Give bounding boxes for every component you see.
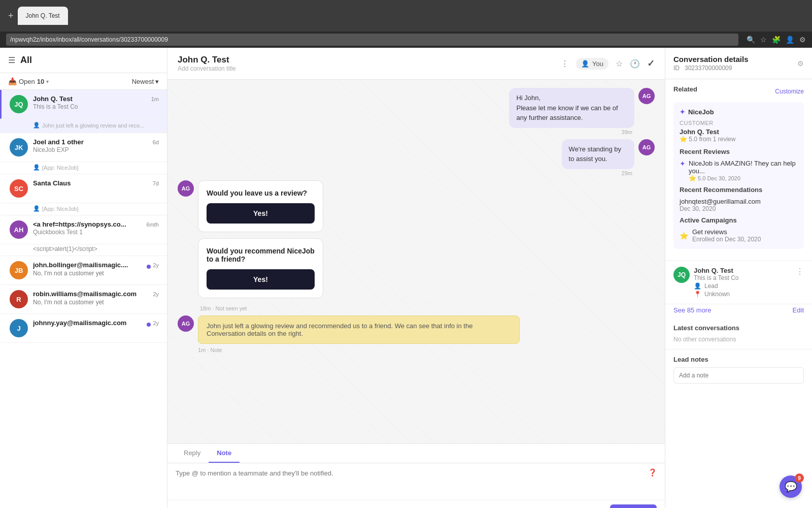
resolve-button[interactable]: ✓ [647,58,655,69]
clock-button[interactable]: 🕐 [630,59,640,69]
conv-item-joel[interactable]: JK Joel and 1 other 6d NiceJob EXP [0,133,167,162]
conv-name-robin: robin.williams@mailismagic.com [33,290,137,298]
conv-app-ah: <script>alert(1)</script> [0,244,167,256]
conv-item-robin[interactable]: R robin.williams@mailismagic.com 2y No, … [0,285,167,314]
note-indicator: 👤 John just left a glowing review and re… [33,122,144,129]
conv-time-joel: 6d [153,139,159,145]
role-text: Lead [704,282,718,290]
sidebar: ☰ All 📥 Open 10 ▾ Newest ▾ JQ John Q. Te… [0,48,167,508]
conv-content-robin: robin.williams@mailismagic.com 2y No, I'… [33,290,159,306]
note-person-icon: 👤 [33,122,40,129]
reply-box: Reply Note ❓ 😊 🎬 🖼 📎 Add note [167,443,665,508]
conv-sub-jqtest: This is a Test Co [33,103,159,110]
conv-item-johnny[interactable]: J johnny.yay@mailismagic.com 2y [0,314,167,343]
avatar-jq: JQ [10,95,28,113]
open-filter[interactable]: 📥 Open 10 ▾ [8,77,49,85]
app-tag-joel: 👤 [App: NiceJob] [33,164,79,171]
review-card: Would you leave us a review? Yes! [198,180,323,232]
star-button[interactable]: ☆ [616,59,623,69]
conv-time-jb: 2y [153,262,159,268]
conv-name-jqtest: John Q. Test [33,95,73,103]
lead-notes-section: Lead notes [665,350,812,390]
related-section: Related Customize ✦ NiceJob Customer Joh… [665,79,812,261]
chat-header: John Q. Test Add conversation title ⋮ 👤 … [167,48,665,80]
recent-recs-label: Recent Recommendations [680,186,798,194]
address-bar: /npwvqh2z/inbox/inbox/all/conversations/… [0,31,812,48]
help-icon[interactable]: ❓ [648,468,657,477]
review-yes-button[interactable]: Yes! [207,203,315,224]
tab-title: John Q. Test [26,12,60,19]
open-dropdown-arrow[interactable]: ▾ [46,79,49,84]
agent-avatar-note: AG [178,315,194,332]
support-chat-bubble[interactable]: 💬 9 [780,475,802,498]
customer-rating-val: 5.0 [689,136,697,143]
lead-note-input[interactable] [673,367,804,384]
avatar-robin: R [10,290,28,308]
msg-time-cards: 18m · Not seen yet [198,305,323,311]
browser-tab[interactable]: John Q. Test [18,7,68,25]
app-icon-joel: 👤 [33,164,40,171]
customize-button[interactable]: Customize [775,88,804,95]
agent-avatar-1: AG [638,88,655,104]
note-message-group: AG John just left a glowing review and r… [178,315,655,353]
app-icon-santa: 👤 [33,205,40,212]
conv-item-jb[interactable]: JB john.bollinger@mailismagic.... 2y No,… [0,256,167,285]
contact-card: JQ John Q. Test This is a Test Co 👤 Lead… [665,261,812,304]
recommend-yes-button[interactable]: Yes! [207,269,315,290]
url-text: /npwvqh2z/inbox/inbox/all/conversations/… [10,36,168,43]
add-note-button[interactable]: Add note [610,504,657,508]
edit-button[interactable]: Edit [793,306,804,314]
hamburger-icon[interactable]: ☰ [8,55,15,65]
conv-content-joel: Joel and 1 other 6d NiceJob EXP [33,138,159,153]
add-title-button[interactable]: Add conversation title [178,65,236,72]
note-tab[interactable]: Note [209,444,240,463]
recent-reviews-label: Recent Reviews [680,148,798,155]
reply-input-container: ❓ [167,463,665,500]
conv-name-ah: <a href=https://synopsys.co... [33,220,126,228]
nicejob-logo-icon: ✦ [680,108,685,116]
search-icon[interactable]: 🔍 [747,36,755,44]
assignee-badge[interactable]: 👤 You [576,58,608,70]
customer-reviews-count: from 1 review [699,136,735,143]
profile-icon[interactable]: 👤 [786,36,794,44]
reply-tab[interactable]: Reply [176,444,209,463]
latest-conversations-section: Latest conversations No other conversati… [665,318,812,350]
contact-more-button[interactable]: ⋮ [796,267,804,276]
note-message-bubble: John just left a glowing review and reco… [198,315,520,344]
msg-time-1: 39m [620,129,634,135]
see-more-button[interactable]: See 85 more [673,306,711,314]
review-question: Would you leave us a review? [207,189,315,197]
conv-item-santa[interactable]: SC Santa Claus 7d [0,174,167,203]
conv-content-santa: Santa Claus 7d [33,179,159,187]
conv-content-jb: john.bollinger@mailismagic.... 2y No, I'… [33,261,159,277]
main-content: John Q. Test Add conversation title ⋮ 👤 … [167,48,665,508]
conv-app-joel: 👤 [App: NiceJob] [0,162,167,174]
conv-note-jqtest[interactable]: 👤 John just left a glowing review and re… [0,119,167,133]
inbox-icon: 📥 [8,77,17,85]
avatar-santa: SC [10,179,28,198]
newest-filter[interactable]: Newest ▾ [132,78,159,85]
recommendation-item: johnqtest@guerillamail.com Dec 30, 2020 [680,198,798,212]
nicejob-card: ✦ NiceJob Customer John Q. Test ⭐ 5.0 fr… [673,102,804,249]
avatar-joel: JK [10,138,28,156]
customer-name: John Q. Test [680,128,798,136]
newest-label: Newest [132,78,154,85]
id-label: ID [673,65,680,72]
conv-name-jb: john.bollinger@mailismagic.... [33,261,128,269]
assignee-name: You [592,60,603,68]
rec-date: Dec 30, 2020 [680,205,798,212]
extension-icon[interactable]: 🧩 [772,36,781,44]
reply-textarea[interactable] [167,463,665,498]
more-options-button[interactable]: ⋮ [561,59,569,69]
settings-icon[interactable]: ⚙ [799,36,806,44]
chat-contact-name: John Q. Test [178,55,236,65]
new-tab-button[interactable]: + [8,11,14,21]
conv-item-jqtest[interactable]: JQ John Q. Test 1m This is a Test Co [0,90,167,119]
star-icon[interactable]: ☆ [760,36,767,44]
nicejob-name: NiceJob [688,108,714,116]
conv-item-ah[interactable]: AH <a href=https://synopsys.co... 6mth Q… [0,215,167,244]
conv-preview-jb: No, I'm not a customer yet [33,270,159,277]
url-input[interactable]: /npwvqh2z/inbox/inbox/all/conversations/… [6,34,738,46]
panel-gear-icon[interactable]: ⚙ [797,59,804,68]
conv-time-ah: 6mth [147,221,159,228]
